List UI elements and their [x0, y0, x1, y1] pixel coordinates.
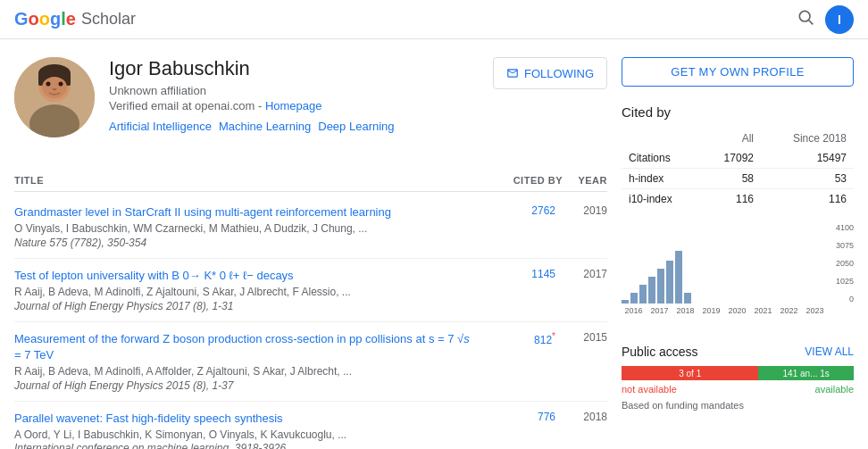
svg-point-0: [799, 11, 810, 21]
tag-ai[interactable]: Artificial Intelligence: [109, 120, 212, 133]
public-access-section: Public access VIEW ALL 3 of 1 141 an... …: [622, 345, 854, 411]
paper-journal: Journal of High Energy Physics 2015 (8),…: [14, 379, 477, 392]
table-row: Measurement of the forward Z boson produ…: [14, 322, 607, 402]
public-access-title: Public access: [622, 345, 698, 359]
stats-row-hindex: h-index 58 53: [622, 169, 854, 189]
based-on-text: Based on funding mandates: [622, 400, 854, 411]
paper-cited-count[interactable]: 1145: [484, 268, 555, 280]
stats-label-i10index: i10-index: [622, 189, 700, 210]
chart-bar-2018[interactable]: [639, 285, 647, 303]
logo-o2: o: [39, 9, 50, 29]
table-header: TITLE CITED BY YEAR: [14, 170, 607, 192]
chart-label-2016: 2016: [622, 306, 646, 315]
profile-info: Igor Babuschkin Unknown affiliation Veri…: [109, 57, 395, 133]
y-label-0: 0: [836, 295, 854, 303]
col-title-header: TITLE: [14, 175, 491, 186]
available-count: 141 an... 1s: [783, 369, 830, 378]
profile-affiliation: Unknown affiliation: [109, 84, 395, 97]
paper-cited-count[interactable]: 2762: [484, 204, 555, 217]
follow-icon: [506, 67, 519, 79]
stats-label-hindex: h-index: [622, 169, 700, 189]
paper-cited-count[interactable]: 776: [484, 411, 555, 423]
paper-title[interactable]: Measurement of the forward Z boson produ…: [14, 331, 477, 363]
paper-authors: R Aaij, B Adeva, M Adinolfi, Z Ajaltouni…: [14, 286, 477, 300]
paper-journal: Nature 575 (7782), 350-354: [14, 237, 477, 249]
logo-o1: o: [29, 9, 39, 29]
profile-avatar: [14, 57, 95, 137]
chart-bar-2021[interactable]: [666, 261, 673, 303]
chart-bar-2016[interactable]: [622, 300, 629, 304]
chart-bar-2022[interactable]: [675, 251, 682, 303]
svg-point-8: [46, 82, 51, 87]
chart-x-labels: 20162017201820192020202120222023: [622, 306, 854, 315]
get-profile-button[interactable]: GET MY OWN PROFILE: [622, 57, 854, 87]
paper-authors: R Aaij, B Adeva, M Adinolfi, A Affolder,…: [14, 365, 477, 379]
paper-cited-count[interactable]: 812*: [484, 331, 555, 346]
profile-name: Igor Babuschkin: [109, 57, 395, 80]
header-left: Google Scholar: [14, 9, 136, 29]
paper-year: 2017: [563, 268, 607, 280]
tag-dl[interactable]: Deep Learning: [318, 120, 394, 133]
tag-ml[interactable]: Machine Learning: [219, 120, 311, 133]
not-available-bar: 3 of 1: [622, 366, 758, 380]
available-label: available: [815, 384, 854, 395]
svg-line-1: [809, 21, 814, 25]
papers-table: TITLE CITED BY YEAR Grandmaster level in…: [14, 170, 607, 449]
table-row: Test of lepton universality with B 0→ K*…: [14, 259, 607, 322]
paper-title[interactable]: Grandmaster level in StarCraft II using …: [14, 204, 477, 220]
chart-label-2021: 2021: [751, 306, 775, 315]
asterisk-marker: *: [552, 331, 555, 341]
paper-year: 2019: [563, 204, 607, 217]
stats-table: All Since 2018 Citations 17092 15497 h-i…: [622, 129, 854, 209]
not-available-label: not available: [622, 384, 677, 395]
y-label-1025: 1025: [836, 277, 854, 286]
y-label-4100: 4100: [836, 223, 854, 232]
svg-point-9: [59, 82, 63, 87]
google-logo: Google: [14, 9, 76, 29]
stats-val-i10index-since: 116: [761, 189, 854, 210]
chart-bar-2017[interactable]: [630, 293, 638, 303]
paper-authors: A Oord, Y Li, I Babuschkin, K Simonyan, …: [14, 428, 477, 443]
chart-bar-2019[interactable]: [648, 277, 655, 303]
col-year-header: YEAR: [563, 175, 607, 186]
profile-header: Igor Babuschkin Unknown affiliation Veri…: [14, 57, 607, 152]
table-row: Grandmaster level in StarCraft II using …: [14, 195, 607, 259]
y-label-2050: 2050: [836, 259, 854, 268]
header-right: I: [797, 5, 854, 34]
available-bar: 141 an... 1s: [758, 366, 854, 380]
paper-authors: O Vinyals, I Babuschkin, WM Czarnecki, M…: [14, 222, 477, 237]
homepage-link[interactable]: Homepage: [265, 99, 322, 112]
chart-bars-container: [622, 223, 718, 303]
stats-val-citations-since: 15497: [761, 148, 854, 169]
table-row: Parallel wavenet: Fast high-fidelity spe…: [14, 402, 607, 449]
stats-row-i10index: i10-index 116 116: [622, 189, 854, 210]
logo-e: e: [66, 9, 76, 29]
paper-content: Grandmaster level in StarCraft II using …: [14, 204, 477, 249]
citations-chart: 4100 3075 2050 1025 0 201620172018201920…: [622, 223, 854, 330]
stats-col-since: Since 2018: [761, 129, 854, 148]
stats-val-citations-all: 17092: [700, 148, 761, 169]
paper-title[interactable]: Test of lepton universality with B 0→ K*…: [14, 268, 477, 284]
chart-label-2019: 2019: [699, 306, 723, 315]
paper-title[interactable]: Parallel wavenet: Fast high-fidelity spe…: [14, 411, 477, 427]
chart-bar-2023[interactable]: [684, 293, 691, 303]
cited-by-title: Cited by: [622, 104, 854, 120]
main-content: Igor Babuschkin Unknown affiliation Veri…: [0, 39, 868, 449]
access-labels: not available available: [622, 384, 854, 395]
search-button[interactable]: [797, 8, 814, 30]
col-cited-header: CITED BY: [491, 175, 563, 186]
user-avatar[interactable]: I: [825, 5, 854, 34]
follow-button[interactable]: FOLLOWING: [493, 57, 607, 89]
stats-val-i10index-all: 116: [700, 189, 761, 210]
chart-bar-2020[interactable]: [657, 269, 664, 303]
follow-label: FOLLOWING: [524, 67, 594, 80]
profile-section: Igor Babuschkin Unknown affiliation Veri…: [14, 57, 395, 137]
right-panel: GET MY OWN PROFILE Cited by All Since 20…: [622, 57, 854, 449]
chart-label-2017: 2017: [647, 306, 672, 315]
avatar-image: [14, 57, 95, 137]
view-all-link[interactable]: VIEW ALL: [805, 345, 854, 358]
not-available-count: 3 of 1: [679, 369, 701, 378]
chart-label-2022: 2022: [777, 306, 801, 315]
stats-val-hindex-since: 53: [761, 169, 854, 189]
paper-year: 2018: [563, 411, 607, 423]
